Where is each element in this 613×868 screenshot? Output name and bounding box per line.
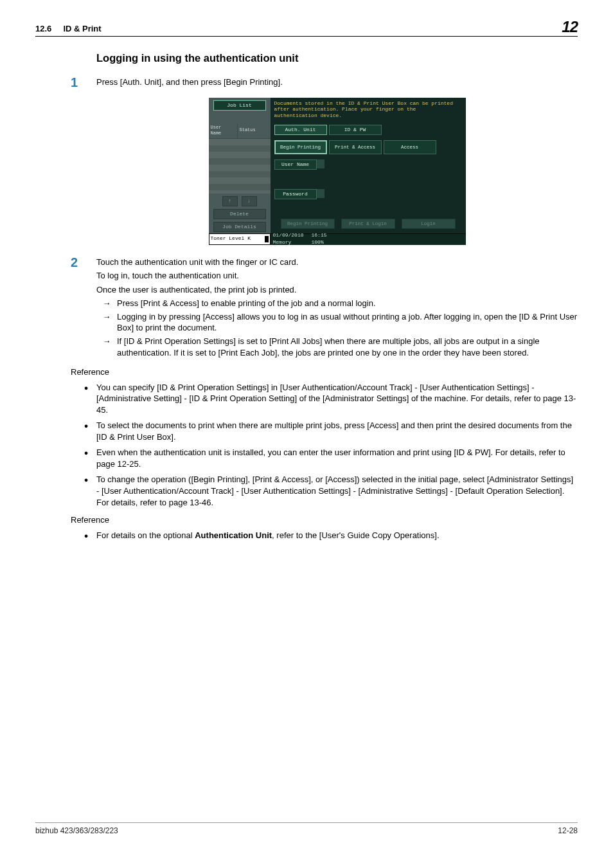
step-2: 2 Touch the authentication unit with the…: [96, 257, 578, 360]
footer-model: bizhub 423/363/283/223: [35, 826, 118, 836]
toner-level-indicator: Toner Level K: [209, 233, 271, 245]
ref2-b1-post: , refer to the [User's Guide Copy Operat…: [272, 530, 439, 540]
step-2-p2: To log in, touch the authentication unit…: [96, 270, 578, 282]
ref1-b1: You can specify [ID & Print Operation Se…: [96, 382, 578, 416]
reference-heading: Reference: [71, 366, 578, 378]
footer-page: 12-28: [558, 826, 578, 836]
memory-value: 100%: [312, 239, 324, 245]
empty-job-list: [209, 139, 271, 194]
scroll-up-button[interactable]: ↑: [222, 196, 238, 206]
memory-label: Memory: [273, 239, 292, 245]
password-label: Password: [274, 189, 317, 199]
page-title: Logging in using the authentication unit: [96, 51, 578, 65]
begin-printing-footer-button[interactable]: Begin Printing: [281, 219, 335, 229]
section-number: 12.6: [35, 24, 51, 33]
login-button[interactable]: Login: [402, 219, 456, 229]
status-date: 01/09/2010: [273, 232, 304, 238]
toner-label: Toner Level: [211, 235, 245, 242]
ref2-b1-bold: Authentication Unit: [195, 530, 272, 540]
ref1-b2: To select the documents to print when th…: [96, 420, 578, 442]
job-list-button[interactable]: Job List: [213, 100, 266, 111]
reference-heading: Reference: [71, 514, 578, 526]
print-and-access-button[interactable]: Print & Access: [329, 140, 382, 154]
section-label: 12.6 ID & Print: [35, 23, 102, 35]
arrow-icon: →: [96, 311, 117, 323]
step-number: 1: [71, 74, 96, 91]
page-footer: bizhub 423/363/283/223 12-28: [35, 822, 578, 836]
step-2-a2: Logging in by pressing [Access] allows y…: [117, 311, 578, 334]
delete-button[interactable]: Delete: [213, 209, 266, 219]
step-2-a3: If [ID & Print Operation Settings] is se…: [117, 336, 578, 358]
bullet-icon: ●: [76, 382, 96, 394]
step-2-a1: Press [Print & Access] to enable printin…: [117, 298, 578, 309]
print-and-login-button[interactable]: Print & Login: [341, 219, 395, 229]
auth-unit-tab[interactable]: Auth. Unit: [274, 125, 327, 135]
bullet-icon: ●: [76, 530, 96, 542]
chapter-number: 12: [562, 19, 578, 35]
ref1-b4: To change the operation ([Begin Printing…: [96, 474, 578, 508]
bullet-icon: ●: [76, 420, 96, 432]
step-2-p1: Touch the authentication unit with the f…: [96, 257, 578, 268]
section-title: ID & Print: [63, 24, 101, 33]
begin-printing-button[interactable]: Begin Printing: [274, 140, 327, 154]
arrow-icon: →: [96, 336, 117, 347]
status-bar: 01/09/2010 Memory 16:15 100%: [271, 233, 466, 245]
username-column-header: User Name: [209, 123, 238, 138]
ref2-b1-pre: For details on the optional: [96, 530, 195, 540]
job-details-button[interactable]: Job Details: [213, 222, 266, 232]
status-time: 16:15: [312, 232, 327, 238]
id-pw-tab[interactable]: ID & PW: [329, 125, 382, 135]
toner-k: K: [247, 235, 251, 242]
step-2-p3: Once the user is authenticated, the prin…: [96, 284, 578, 296]
toner-level-bar-icon: [265, 236, 269, 242]
access-button[interactable]: Access: [384, 140, 436, 154]
bullet-icon: ●: [76, 474, 96, 486]
status-column-header: Status: [238, 123, 271, 138]
arrow-icon: →: [96, 298, 117, 309]
step-1-text: Press [Auth. Unit], and then press [Begi…: [96, 77, 578, 88]
bullet-icon: ●: [76, 447, 96, 459]
password-field[interactable]: [317, 189, 324, 198]
ref2-b1: For details on the optional Authenticati…: [96, 530, 578, 541]
ref1-b3: Even when the authentication unit is ins…: [96, 447, 578, 469]
username-field[interactable]: [317, 159, 324, 168]
page-header: 12.6 ID & Print 12: [35, 19, 578, 37]
step-1: 1 Press [Auth. Unit], and then press [Be…: [96, 77, 578, 91]
device-screenshot: Job List Documents stored in the ID & Pr…: [96, 98, 578, 244]
step-number: 2: [71, 254, 96, 271]
screen-info-text: Documents stored in the ID & Print User …: [274, 100, 462, 118]
username-label: User Name: [274, 159, 317, 170]
scroll-down-button[interactable]: ↓: [242, 196, 257, 206]
